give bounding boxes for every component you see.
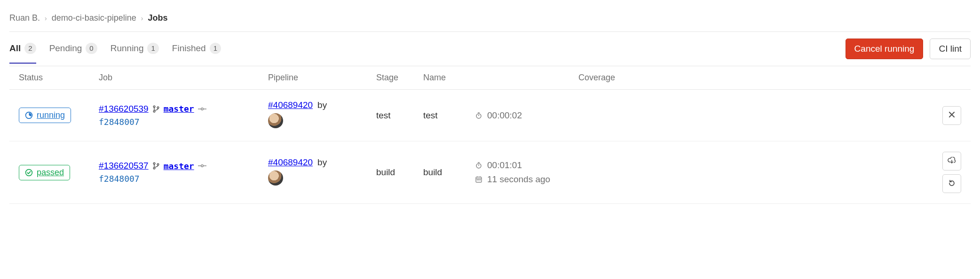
tab-running-label: Running [111, 43, 144, 54]
svg-point-13 [153, 163, 155, 164]
ci-lint-button[interactable]: CI lint [930, 39, 971, 59]
svg-point-16 [201, 165, 203, 167]
tab-finished[interactable]: Finished 1 [172, 34, 221, 64]
stopwatch-icon [475, 162, 482, 169]
status-badge-passed[interactable]: passed [19, 165, 70, 180]
table-row: running #136620539 master f2848007 [9, 90, 971, 141]
svg-point-2 [153, 110, 155, 112]
tab-finished-badge: 1 [210, 43, 221, 54]
job-id-link[interactable]: #136620539 [99, 104, 149, 114]
duration-text: 00:00:02 [487, 110, 522, 121]
chevron-right-icon: › [45, 15, 47, 22]
col-status: Status [9, 66, 89, 90]
status-label: passed [37, 168, 64, 178]
tab-all-badge: 2 [24, 43, 36, 54]
commit-link[interactable]: f2848007 [99, 174, 140, 184]
top-actions: Cancel running CI lint [846, 32, 971, 66]
svg-point-1 [153, 106, 155, 108]
tab-all[interactable]: All 2 [9, 34, 36, 64]
svg-point-14 [153, 167, 155, 169]
stopwatch-icon [475, 112, 482, 119]
close-icon [948, 111, 955, 119]
col-time [466, 66, 569, 90]
status-badge-running[interactable]: running [19, 108, 71, 123]
cancel-running-button[interactable]: Cancel running [846, 39, 924, 59]
col-stage: Stage [367, 66, 414, 90]
coverage-cell [569, 90, 933, 141]
name-cell: test [414, 90, 466, 141]
svg-point-4 [201, 108, 203, 109]
check-circle-icon [25, 169, 33, 177]
col-job: Job [89, 66, 259, 90]
breadcrumb-current: Jobs [148, 13, 167, 23]
breadcrumb-owner[interactable]: Ruan B. [9, 13, 40, 23]
branch-icon [152, 162, 160, 170]
svg-point-15 [157, 163, 159, 165]
commit-icon [198, 107, 206, 111]
job-id-link[interactable]: #136620537 [99, 161, 149, 171]
avatar[interactable] [268, 120, 283, 130]
retry-job-button[interactable] [942, 174, 961, 193]
stage-cell: build [367, 141, 414, 204]
jobs-table: Status Job Pipeline Stage Name Coverage … [9, 66, 971, 204]
cancel-job-button[interactable] [942, 106, 961, 125]
pipeline-by-label: by [317, 100, 327, 110]
tabs: All 2 Pending 0 Running 1 Finished 1 [9, 34, 221, 64]
duration-text: 00:01:01 [487, 160, 522, 170]
tab-all-label: All [9, 43, 21, 54]
branch-link[interactable]: master [164, 104, 194, 114]
tab-running[interactable]: Running 1 [111, 34, 159, 64]
tab-pending-label: Pending [49, 43, 82, 54]
cloud-download-icon [948, 157, 956, 166]
commit-link[interactable]: f2848007 [99, 117, 140, 127]
svg-rect-27 [478, 179, 479, 180]
finished-ago-text: 11 seconds ago [487, 174, 550, 185]
col-coverage: Coverage [569, 66, 933, 90]
commit-icon [198, 163, 206, 168]
branch-icon [152, 105, 160, 113]
col-actions [933, 66, 971, 90]
avatar[interactable] [268, 178, 283, 187]
name-cell: build [414, 141, 466, 204]
download-artifacts-button[interactable] [942, 152, 961, 170]
retry-icon [948, 179, 956, 188]
svg-rect-26 [477, 179, 478, 180]
col-pipeline: Pipeline [259, 66, 367, 90]
svg-point-3 [157, 107, 159, 108]
tab-pending-badge: 0 [86, 43, 97, 54]
chevron-right-icon: › [141, 15, 143, 22]
tab-finished-label: Finished [172, 43, 206, 54]
pipeline-id-link[interactable]: #40689420 [268, 100, 313, 110]
svg-rect-28 [480, 179, 481, 180]
tab-pending[interactable]: Pending 0 [49, 34, 97, 64]
col-name: Name [414, 66, 466, 90]
pipeline-by-label: by [317, 157, 327, 168]
coverage-cell [569, 141, 933, 204]
pipeline-id-link[interactable]: #40689420 [268, 157, 313, 168]
topbar: All 2 Pending 0 Running 1 Finished 1 Can… [9, 31, 971, 66]
branch-link[interactable]: master [164, 161, 194, 171]
calendar-icon [475, 176, 482, 183]
status-label: running [37, 110, 65, 120]
breadcrumb: Ruan B. › demo-ci-basic-pipeline › Jobs [9, 9, 971, 31]
tab-running-badge: 1 [147, 43, 158, 54]
stage-cell: test [367, 90, 414, 141]
breadcrumb-project[interactable]: demo-ci-basic-pipeline [52, 13, 136, 23]
running-icon [25, 111, 33, 119]
table-row: passed #136620537 master f2848007 [9, 141, 971, 204]
